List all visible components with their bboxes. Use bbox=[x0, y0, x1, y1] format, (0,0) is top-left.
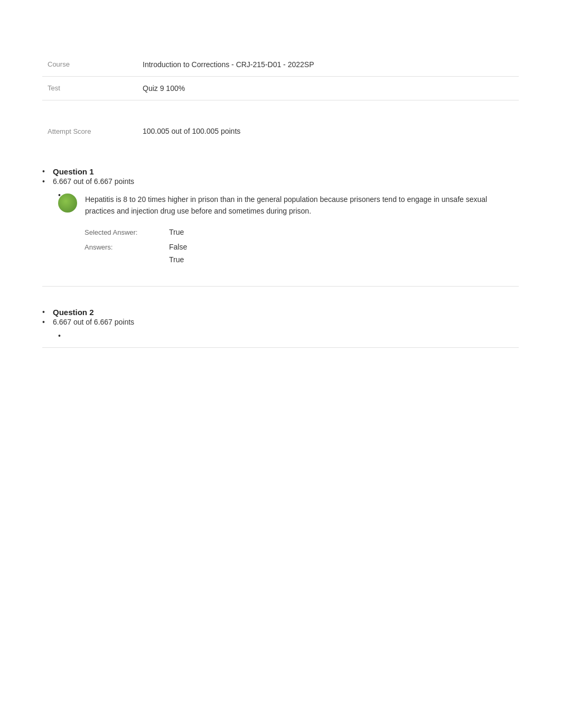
answers-list: False True bbox=[169, 243, 187, 264]
test-label: Test bbox=[42, 77, 137, 100]
question-2-title-item: Question 2 bbox=[42, 308, 519, 317]
answer-option-true: True bbox=[169, 255, 187, 264]
score-label: Attempt Score bbox=[48, 127, 143, 135]
question-2-number: Question 2 bbox=[53, 308, 94, 317]
question-1-text-row: Hepatitis is 8 to 20 times higher in pri… bbox=[58, 193, 519, 217]
course-row: Course Introduction to Corrections - CRJ… bbox=[42, 53, 519, 77]
questions-section: Question 1 6.667 out of 6.667 points Hep… bbox=[42, 167, 519, 348]
info-table: Course Introduction to Corrections - CRJ… bbox=[42, 53, 519, 100]
score-value: 100.005 out of 100.005 points bbox=[143, 127, 240, 135]
answer-option-false: False bbox=[169, 243, 187, 251]
selected-answer-value: True bbox=[169, 228, 184, 236]
question-1-answer-details: Selected Answer: True Answers: False Tru… bbox=[85, 228, 519, 264]
score-section: Attempt Score 100.005 out of 100.005 poi… bbox=[42, 116, 519, 146]
test-value: Quiz 9 100% bbox=[137, 77, 519, 100]
question-2-block: Question 2 6.667 out of 6.667 points bbox=[42, 308, 519, 348]
score-row: Attempt Score 100.005 out of 100.005 poi… bbox=[42, 122, 519, 141]
course-label: Course bbox=[42, 53, 137, 77]
question-1-title-item: Question 1 bbox=[42, 167, 519, 176]
page-container: Course Introduction to Corrections - CRJ… bbox=[0, 0, 561, 401]
answers-row: Answers: False True bbox=[85, 243, 519, 264]
question-2-points-item: 6.667 out of 6.667 points bbox=[42, 318, 519, 326]
answers-label: Answers: bbox=[85, 243, 169, 251]
question-1-body: Hepatitis is 8 to 20 times higher in pri… bbox=[53, 193, 519, 264]
question-1-points: 6.667 out of 6.667 points bbox=[53, 177, 134, 186]
question-2-outer-list: Question 2 6.667 out of 6.667 points bbox=[42, 308, 519, 326]
selected-answer-label: Selected Answer: bbox=[85, 228, 169, 236]
question-1-text: Hepatitis is 8 to 20 times higher in pri… bbox=[85, 193, 519, 217]
question-1-block: Question 1 6.667 out of 6.667 points Hep… bbox=[42, 167, 519, 287]
correct-answer-icon bbox=[58, 193, 77, 213]
question-2-points: 6.667 out of 6.667 points bbox=[53, 318, 134, 326]
question-1-number: Question 1 bbox=[53, 167, 94, 176]
question-1-outer-list: Question 1 6.667 out of 6.667 points bbox=[42, 167, 519, 186]
selected-answer-row: Selected Answer: True bbox=[85, 228, 519, 236]
question-1-points-item: 6.667 out of 6.667 points bbox=[42, 177, 519, 186]
test-row: Test Quiz 9 100% bbox=[42, 77, 519, 100]
course-value: Introduction to Corrections - CRJ-215-D0… bbox=[137, 53, 519, 77]
